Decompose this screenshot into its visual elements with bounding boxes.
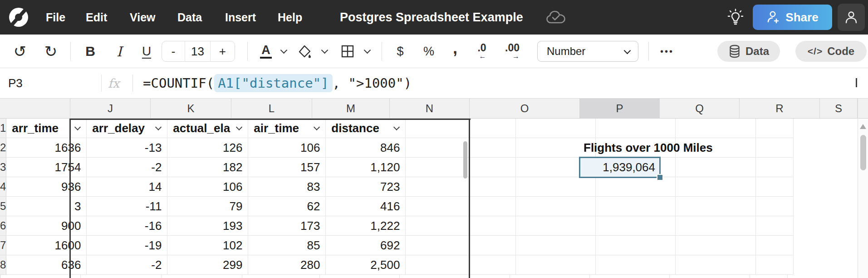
- currency-format-button[interactable]: $: [391, 35, 409, 68]
- cell-S1[interactable]: [756, 119, 794, 138]
- underline-button[interactable]: U: [137, 35, 156, 68]
- menu-view[interactable]: View: [130, 0, 156, 35]
- cell-J8[interactable]: 636: [6, 255, 87, 275]
- cell-O2[interactable]: [406, 138, 516, 158]
- fill-color-dropdown[interactable]: [319, 35, 329, 68]
- column-header-J[interactable]: J: [70, 99, 151, 119]
- font-size-decrease-button[interactable]: -: [162, 41, 185, 61]
- document-title[interactable]: Postgres Spreadsheet Example: [340, 0, 523, 35]
- cell-J3[interactable]: 1754: [6, 158, 87, 177]
- menu-file[interactable]: File: [46, 0, 65, 35]
- italic-button[interactable]: I: [110, 35, 129, 68]
- cell-M4[interactable]: 83: [248, 177, 326, 197]
- number-format-dropdown[interactable]: Number: [537, 41, 638, 62]
- fill-handle[interactable]: [657, 174, 663, 181]
- cell-N4[interactable]: 723: [326, 177, 406, 197]
- cell-Q5[interactable]: [596, 197, 676, 216]
- row-header-4[interactable]: 4: [0, 177, 6, 197]
- cell-J4[interactable]: 936: [6, 177, 87, 197]
- cell-S5[interactable]: [756, 197, 794, 216]
- cell-L8[interactable]: 299: [167, 255, 248, 275]
- bold-button[interactable]: B: [81, 35, 100, 68]
- cell-L4[interactable]: 106: [167, 177, 248, 197]
- table-header-arr_delay[interactable]: arr_delay: [87, 119, 167, 138]
- cell-S2[interactable]: [756, 138, 794, 158]
- fill-color-button[interactable]: [296, 35, 314, 68]
- column-header-S[interactable]: S: [820, 99, 858, 119]
- expand-formula-bar-button[interactable]: [856, 78, 857, 86]
- cell-S9[interactable]: [750, 275, 788, 278]
- menu-edit[interactable]: Edit: [86, 0, 107, 35]
- cell-J2[interactable]: 1636: [6, 138, 87, 158]
- cell-K7[interactable]: -19: [87, 236, 167, 255]
- scroll-up-arrow-icon[interactable]: [860, 124, 866, 129]
- cell-L3[interactable]: 182: [167, 158, 248, 177]
- cell-K6[interactable]: -16: [87, 216, 167, 236]
- cell-J7[interactable]: 1600: [6, 236, 87, 255]
- cell-O6[interactable]: [406, 216, 516, 236]
- redo-button[interactable]: ↻: [41, 35, 61, 68]
- row-header-2[interactable]: 2: [0, 138, 6, 158]
- cell-M3[interactable]: 157: [248, 158, 326, 177]
- column-header-Q[interactable]: Q: [660, 99, 740, 119]
- chevron-down-icon[interactable]: [314, 124, 320, 130]
- cell-S6[interactable]: [756, 216, 794, 236]
- cell-S8[interactable]: [756, 255, 794, 275]
- cell-N2[interactable]: 846: [326, 138, 406, 158]
- cell-R5[interactable]: [676, 197, 756, 216]
- row-header-6[interactable]: 6: [0, 216, 6, 236]
- vertical-scrollbar[interactable]: [858, 99, 868, 278]
- borders-dropdown[interactable]: [362, 35, 372, 68]
- cell-L5[interactable]: 79: [167, 197, 248, 216]
- cell-N9[interactable]: [320, 275, 400, 278]
- cell-M5[interactable]: 62: [248, 197, 326, 216]
- row-header-3[interactable]: 3: [0, 158, 6, 177]
- comma-format-button[interactable]: ,: [448, 35, 462, 68]
- cell-P8[interactable]: [516, 255, 596, 275]
- cell-O1[interactable]: [406, 119, 516, 138]
- cell-N7[interactable]: 692: [326, 236, 406, 255]
- cell-S4[interactable]: [756, 177, 794, 197]
- cell-R1[interactable]: [676, 119, 756, 138]
- table-scrollbar-thumb[interactable]: [463, 141, 467, 179]
- selected-cell-P3[interactable]: 1,939,064: [579, 157, 661, 178]
- cell-M6[interactable]: 173: [248, 216, 326, 236]
- cell-N6[interactable]: 1,222: [326, 216, 406, 236]
- share-button[interactable]: Share: [753, 5, 832, 30]
- cell-K4[interactable]: 14: [87, 177, 167, 197]
- column-header-K[interactable]: K: [151, 99, 231, 119]
- cell-Q7[interactable]: [596, 236, 676, 255]
- chevron-down-icon[interactable]: [236, 124, 242, 130]
- column-header-L[interactable]: L: [231, 99, 312, 119]
- row-header-1[interactable]: 1: [0, 119, 6, 138]
- table-header-air_time[interactable]: air_time: [248, 119, 326, 138]
- text-color-dropdown[interactable]: [279, 35, 289, 68]
- row-header-5[interactable]: 5: [0, 197, 6, 216]
- more-options-button[interactable]: •••: [657, 35, 677, 68]
- font-size-increase-button[interactable]: +: [210, 41, 235, 61]
- cell-K2[interactable]: -13: [87, 138, 167, 158]
- column-header-P[interactable]: P: [580, 99, 660, 119]
- menu-insert[interactable]: Insert: [225, 0, 256, 35]
- cell-R8[interactable]: [676, 255, 756, 275]
- cell-N8[interactable]: 2,500: [326, 255, 406, 275]
- table-header-distance[interactable]: distance: [326, 119, 406, 138]
- select-all-corner[interactable]: [0, 99, 70, 119]
- code-panel-button[interactable]: </> Code: [795, 41, 867, 62]
- undo-button[interactable]: ↺: [10, 35, 30, 68]
- text-color-button[interactable]: A: [257, 35, 275, 68]
- cell-M7[interactable]: 85: [248, 236, 326, 255]
- lightbulb-icon[interactable]: [726, 8, 745, 27]
- cell-P6[interactable]: [516, 216, 596, 236]
- cell-J5[interactable]: 3: [6, 197, 87, 216]
- menu-help[interactable]: Help: [278, 0, 302, 35]
- chevron-down-icon[interactable]: [393, 124, 400, 130]
- cell-Q9[interactable]: [590, 275, 670, 278]
- cell-K3[interactable]: -2: [87, 158, 167, 177]
- cell-J6[interactable]: 900: [6, 216, 87, 236]
- cell-S7[interactable]: [756, 236, 794, 255]
- column-header-R[interactable]: R: [740, 99, 820, 119]
- formula-input[interactable]: =COUNTIF(A1["distance"], ">1000"): [143, 68, 412, 98]
- cell-K5[interactable]: -11: [87, 197, 167, 216]
- percent-format-button[interactable]: %: [418, 35, 439, 68]
